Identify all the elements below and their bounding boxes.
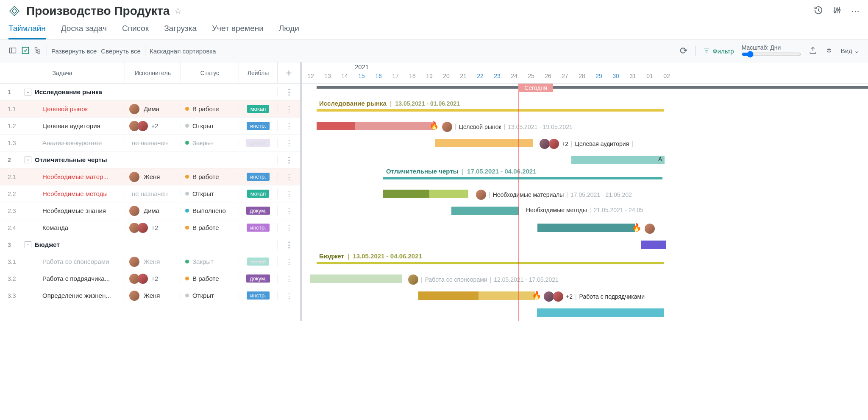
labels-cell[interactable]: докум. (239, 274, 277, 283)
gantt-task-row[interactable]: А (302, 151, 868, 168)
labels-cell[interactable]: инстр. (239, 122, 277, 130)
task-row[interactable]: 1.3Анализ конкурентовне назначенЗакрытдо… (0, 134, 300, 151)
task-cell[interactable]: Необходимые матер... (20, 173, 125, 180)
executor-cell[interactable]: не назначен (125, 139, 181, 146)
status-cell[interactable]: В работе (181, 275, 239, 282)
task-cell[interactable]: −Исследование рынка (20, 88, 125, 95)
row-menu-button[interactable]: ⋮ (277, 223, 300, 232)
gantt-task-row[interactable]: Необходимые методы | 21.05.2021 - 24.05 (302, 202, 868, 219)
more-icon[interactable]: ⋯ (851, 6, 860, 16)
status-cell[interactable]: Открыт (181, 122, 239, 129)
gantt-group-row[interactable]: Исследование рынка | 13.05.2021 - 01.06.… (302, 101, 868, 118)
labels-cell[interactable]: инстр. (239, 173, 277, 181)
executor-cell[interactable]: Женя (125, 291, 181, 301)
group-row[interactable]: 1−Исследование рынка⋮ (0, 84, 300, 101)
labels-cell[interactable]: докум. (239, 139, 277, 147)
task-row[interactable]: 3.2Работа с подрядчика...+2В работедокум… (0, 270, 300, 287)
executor-cell[interactable]: +2 (125, 274, 181, 284)
task-row[interactable]: 2.1Необходимые матер...ЖеняВ работеинстр… (0, 168, 300, 185)
gantt-group-row[interactable]: Отличительные черты | 17.05.2021 - 04.06… (302, 168, 868, 185)
executor-cell[interactable]: +2 (125, 223, 181, 233)
labels-cell[interactable]: инстр. (239, 224, 277, 232)
tab-0[interactable]: Таймлайн (8, 22, 46, 39)
task-cell[interactable]: Необходимые знания (20, 207, 125, 214)
filter-button[interactable]: Фильтр (703, 48, 734, 55)
status-cell[interactable]: Закрыт (181, 139, 239, 146)
expand-all-button[interactable]: Развернуть все (51, 48, 97, 55)
labels-cell[interactable]: мокап (239, 190, 277, 198)
group-row[interactable]: 3−Бюджет⋮ (0, 236, 300, 253)
cascade-sort-button[interactable]: Каскадная сортировка (150, 48, 216, 55)
favorite-star-icon[interactable]: ☆ (174, 6, 182, 17)
list-check-icon[interactable] (21, 46, 30, 56)
task-cell[interactable]: −Отличительные черты (20, 156, 125, 163)
gantt-task-row[interactable]: | Работа со спонсорами | 12.05.2021 - 17… (302, 270, 868, 287)
executor-cell[interactable]: Женя (125, 257, 181, 267)
row-menu-button[interactable]: ⋮ (277, 104, 300, 114)
row-menu-button[interactable]: ⋮ (277, 206, 300, 216)
gantt-task-row[interactable]: +2 | Целевая аудитория | (302, 134, 868, 151)
row-menu-button[interactable]: ⋮ (277, 274, 300, 283)
group-row[interactable]: 2−Отличительные черты⋮ (0, 151, 300, 168)
task-cell[interactable]: Работа со спонсорами (20, 258, 125, 265)
view-dropdown[interactable]: Вид ⌄ (841, 47, 860, 55)
tab-2[interactable]: Список (122, 22, 149, 39)
row-menu-button[interactable]: ⋮ (277, 155, 300, 165)
row-menu-button[interactable]: ⋮ (277, 291, 300, 300)
status-cell[interactable]: В работе (181, 173, 239, 180)
settings-sliders-icon[interactable] (832, 6, 842, 17)
collapse-toggle[interactable]: − (25, 241, 31, 248)
task-row[interactable]: 2.3Необходимые знанияДимаВыполненодокум.… (0, 202, 300, 219)
executor-cell[interactable]: +2 (125, 121, 181, 131)
task-row[interactable]: 1.1Целевой рынокДимаВ работемокап⋮ (0, 101, 300, 118)
labels-cell[interactable]: докум. (239, 207, 277, 215)
history-icon[interactable] (814, 6, 823, 17)
status-cell[interactable]: В работе (181, 224, 239, 231)
row-menu-button[interactable]: ⋮ (277, 121, 300, 131)
executor-cell[interactable]: Женя (125, 172, 181, 182)
collapse-all-button[interactable]: Свернуть все (101, 48, 141, 55)
task-cell[interactable]: Целевой рынок (20, 105, 125, 112)
gantt-task-row[interactable] (302, 304, 868, 321)
row-menu-button[interactable]: ⋮ (277, 257, 300, 266)
col-status[interactable]: Статус (181, 62, 239, 83)
status-cell[interactable]: Выполнено (181, 207, 239, 214)
gantt-group-row[interactable]: Бюджет | 13.05.2021 - 04.06.2021 (302, 253, 868, 270)
executor-cell[interactable]: Дима (125, 206, 181, 216)
row-menu-button[interactable]: ⋮ (277, 189, 300, 199)
gantt-task-row[interactable]: 🔥 +2 | Работа с подрядчиками (302, 287, 868, 304)
executor-cell[interactable]: не назначен (125, 190, 181, 197)
gantt-task-row[interactable]: 🔥 (302, 219, 868, 236)
col-labels[interactable]: Лейблы (239, 62, 277, 83)
labels-cell[interactable]: мокап (239, 258, 277, 266)
col-executor[interactable]: Исполнитель (125, 62, 181, 83)
task-cell[interactable]: Определение жизнен... (20, 292, 125, 299)
collapse-toggle[interactable]: − (25, 157, 31, 163)
gantt-task-row[interactable]: 🔥 | Целевой рынок | 13.05.2021 - 19.05.2… (302, 118, 868, 134)
tab-1[interactable]: Доска задач (61, 22, 107, 39)
row-menu-button[interactable]: ⋮ (277, 172, 300, 182)
panel-icon[interactable] (8, 46, 17, 56)
status-cell[interactable]: В работе (181, 105, 239, 112)
status-cell[interactable]: Открыт (181, 190, 239, 197)
task-cell[interactable]: −Бюджет (20, 241, 125, 248)
task-row[interactable]: 2.4Команда+2В работеинстр.⋮ (0, 219, 300, 236)
row-menu-button[interactable]: ⋮ (277, 240, 300, 249)
task-row[interactable]: 1.2Целевая аудитория+2Открытинстр.⋮ (0, 118, 300, 134)
status-cell[interactable]: Закрыт (181, 258, 239, 265)
row-menu-button[interactable]: ⋮ (277, 138, 300, 148)
collapse-toggle[interactable]: − (25, 89, 31, 95)
refresh-icon[interactable]: ⟳ (680, 45, 687, 56)
gantt-chart[interactable]: ◁ 2021 121314151617181920212223242526272… (302, 62, 868, 321)
task-cell[interactable]: Работа с подрядчика... (20, 275, 125, 282)
task-cell[interactable]: Необходимые методы (20, 190, 125, 197)
export-icon[interactable] (809, 46, 817, 56)
task-cell[interactable]: Команда (20, 224, 125, 231)
executor-cell[interactable]: Дима (125, 104, 181, 114)
task-row[interactable]: 3.3Определение жизнен...ЖеняОткрытинстр.… (0, 287, 300, 304)
tab-3[interactable]: Загрузка (164, 22, 197, 39)
task-row[interactable]: 3.1Работа со спонсорамиЖеняЗакрытмокап⋮ (0, 253, 300, 270)
gantt-task-row[interactable] (302, 236, 868, 253)
add-column-button[interactable]: + (277, 62, 300, 83)
labels-cell[interactable]: инстр. (239, 291, 277, 300)
